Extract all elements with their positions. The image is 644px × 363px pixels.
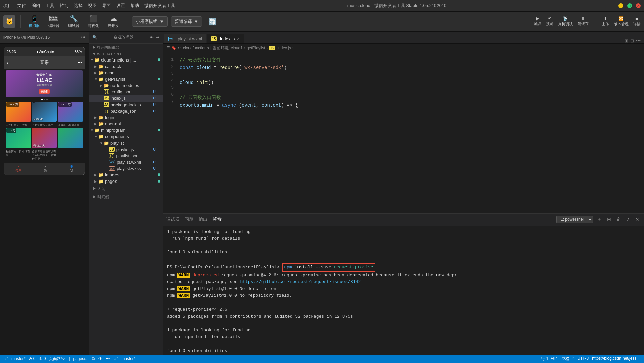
file-index-js[interactable]: JS index.js U xyxy=(89,95,163,102)
file-playlist-json[interactable]: {.} playlist.json xyxy=(89,153,163,159)
preview-button[interactable]: 👁 预览 xyxy=(546,16,553,26)
menu-item-select[interactable]: 选择 xyxy=(74,3,83,9)
tree-search-icon[interactable]: 🔍 xyxy=(92,35,97,40)
sim-grid-item-3[interactable]: 178.57万 xyxy=(58,102,83,122)
external-link[interactable]: https://blog.csdn.net/jessi... xyxy=(592,356,641,362)
cloud-button[interactable]: ☁ 云开发 xyxy=(105,13,122,30)
page-view-icon[interactable]: 👁 xyxy=(98,356,102,361)
debugger-button[interactable]: 🔧 调试器 xyxy=(65,13,82,30)
split-terminal-icon[interactable]: ⊞ xyxy=(606,216,612,223)
branch-label[interactable]: master* xyxy=(11,356,25,361)
split-left-icon[interactable]: ⊞ xyxy=(625,38,628,43)
more-tabs-icon[interactable]: ••• xyxy=(636,38,641,43)
menu-item-file[interactable]: 文件 xyxy=(17,3,26,9)
tab-problems[interactable]: 问题 xyxy=(185,215,193,224)
menu-item-tool[interactable]: 工具 xyxy=(46,3,54,9)
file-playlist-wxml[interactable]: wx playlist.wxml U xyxy=(89,159,163,165)
folder-node-modules[interactable]: ▶ 📂 node_modules xyxy=(89,82,163,89)
sim-nav-send[interactable]: ✉ 送 xyxy=(44,165,47,173)
simulator-button[interactable]: 📱 模拟器 xyxy=(26,13,42,30)
maximize-button[interactable]: □ xyxy=(627,3,632,8)
errors-label[interactable]: ⊗ 0 xyxy=(29,356,35,361)
simulator-panel: iPhone 6/7/8 Plus 50% 16 ••• 23:23 ●WeCh… xyxy=(0,32,89,355)
outline-item[interactable]: ▶ 大纲 xyxy=(89,185,163,193)
split-right-icon[interactable]: ⊟ xyxy=(630,38,634,43)
tab-terminal[interactable]: 终端 xyxy=(213,215,222,224)
sim-grid-item-6[interactable] xyxy=(58,128,83,148)
detail-button[interactable]: ☰ 详情 xyxy=(633,16,641,27)
clear-cache-button[interactable]: 🗑 清缓存 xyxy=(578,16,589,26)
menu-item-goto[interactable]: 转到 xyxy=(60,3,68,9)
visual-button[interactable]: ⬛ 可视化 xyxy=(85,13,102,30)
page-copy-icon[interactable]: ⧉ xyxy=(92,356,95,361)
folder-playlist[interactable]: ▼ 📁 playlist xyxy=(89,140,163,146)
sim-nav-music[interactable]: ♪ 音乐 xyxy=(15,165,21,173)
file-package-lock[interactable]: JS package-lock.js... U xyxy=(89,102,163,108)
menu-item-project[interactable]: 项目 xyxy=(3,3,12,9)
page-more-icon[interactable]: ••• xyxy=(106,356,110,361)
mode-select[interactable]: 小程序模式 ▼ xyxy=(132,16,168,27)
wechat-arrow[interactable]: ▼ xyxy=(92,52,97,56)
menu-item-interface[interactable]: 界面 xyxy=(102,3,111,9)
folder-images[interactable]: ▶ 📁 images xyxy=(89,172,163,178)
editor-button[interactable]: ⌨ 编辑器 xyxy=(46,13,62,30)
new-terminal-icon[interactable]: ＋ xyxy=(596,216,603,223)
file-playlist-wxss[interactable]: wx playlist.wxss U xyxy=(89,165,163,172)
tree-expand-icon[interactable]: ⇥ xyxy=(156,35,159,40)
real-debug-button[interactable]: 📡 真机调试 xyxy=(558,16,573,27)
close-button[interactable]: ✕ xyxy=(636,3,641,8)
tab-output[interactable]: 输出 xyxy=(199,215,208,224)
breadcrumb-bookmark-icon[interactable]: 🔖 xyxy=(171,46,176,50)
menu-item-edit[interactable]: 编辑 xyxy=(32,3,40,9)
menu-bar[interactable]: 项目 文件 编辑 工具 转到 选择 视图 界面 设置 帮助 微信开发者工具 xyxy=(3,3,175,9)
timeline-item[interactable]: ▶ 时间线 xyxy=(89,193,163,201)
file-config-json[interactable]: {.} config.json U xyxy=(89,89,163,95)
menu-item-view[interactable]: 视图 xyxy=(88,3,97,9)
compile-run-button[interactable]: ▶ 编译 xyxy=(534,16,541,27)
file-package-json[interactable]: {.} package.json U xyxy=(89,108,163,114)
sim-grid-item-2[interactable]: IMAGINE xyxy=(32,102,57,122)
sim-grid-item-4[interactable]: 1.06万 xyxy=(6,128,31,148)
tab-index-js[interactable]: JS index.js ✕ xyxy=(207,34,244,43)
compile-select[interactable]: 普通编译 ▼ xyxy=(171,16,202,27)
sim-grid-item-5[interactable]: 乐队的大天 xyxy=(32,128,57,148)
tab-debugger[interactable]: 调试器 xyxy=(166,215,179,224)
tab-playlist-wxml[interactable]: wx playlist.wxml xyxy=(164,34,206,43)
kill-terminal-icon[interactable]: 🗑 xyxy=(615,216,623,223)
folder-openapi[interactable]: ▶ 📂 openapi xyxy=(89,121,163,127)
refresh-button[interactable]: 🔄 xyxy=(205,16,219,27)
folder-callback[interactable]: ▶ 📂 callback xyxy=(89,63,163,70)
tab-close-icon[interactable]: ✕ xyxy=(237,37,240,41)
minimize-button[interactable]: ─ xyxy=(618,3,623,8)
folder-components[interactable]: ▼ 📁 components xyxy=(89,133,163,140)
folder-getplaylist[interactable]: ▼ 📁 getPlaylist xyxy=(89,76,163,82)
menu-item-devtools[interactable]: 微信开发者工具 xyxy=(144,3,175,9)
shell-select[interactable]: 1: powershell xyxy=(556,216,593,223)
sim-grid-item-1[interactable]: 146.41万 xyxy=(6,102,31,122)
terminal-content[interactable]: 1 package is looking for funding run `np… xyxy=(163,226,644,355)
maximize-panel-icon[interactable]: ∧ xyxy=(625,216,631,223)
folder-pages[interactable]: ▶ 📁 pages xyxy=(89,178,163,185)
breadcrumb-back-icon[interactable]: ‹ xyxy=(178,46,179,50)
folder-miniprogram[interactable]: ▼ 📁 miniprogram xyxy=(89,127,163,133)
breadcrumb-nav-icon[interactable]: ☰ xyxy=(166,46,170,50)
sim-more-icon[interactable]: ••• xyxy=(81,35,85,40)
upload-button[interactable]: ⬆ 上传 xyxy=(602,16,609,27)
sim-more-btn[interactable]: ••• xyxy=(78,60,82,65)
folder-login[interactable]: ▶ 📂 login xyxy=(89,114,163,121)
window-controls[interactable]: ─ □ ✕ xyxy=(618,3,641,8)
code-content[interactable]: // 云函数入口文件 const cloud = require('wx-ser… xyxy=(176,53,644,213)
folder-echo[interactable]: ▶ 📂 echo xyxy=(89,70,163,76)
sim-back-icon[interactable]: ‹ xyxy=(7,60,8,65)
breadcrumb-forward-icon[interactable]: › xyxy=(180,46,182,50)
sim-nav-profile[interactable]: 👤 我 xyxy=(70,165,73,173)
folder-cloudfunctions[interactable]: ▼ 📁 cloudfunctions | ... xyxy=(89,57,163,63)
menu-item-settings[interactable]: 设置 xyxy=(116,3,125,9)
tree-more-icon[interactable]: ••• xyxy=(149,35,154,40)
version-button[interactable]: 🔀 版本管理 xyxy=(614,16,629,27)
open-editors-arrow[interactable]: ▶ xyxy=(92,45,97,49)
menu-item-help[interactable]: 帮助 xyxy=(130,3,139,9)
file-playlist-js[interactable]: JS playlist.js U xyxy=(89,146,163,153)
close-panel-icon[interactable]: ✕ xyxy=(634,216,641,223)
warnings-label[interactable]: ⚠ 0 xyxy=(39,356,46,361)
